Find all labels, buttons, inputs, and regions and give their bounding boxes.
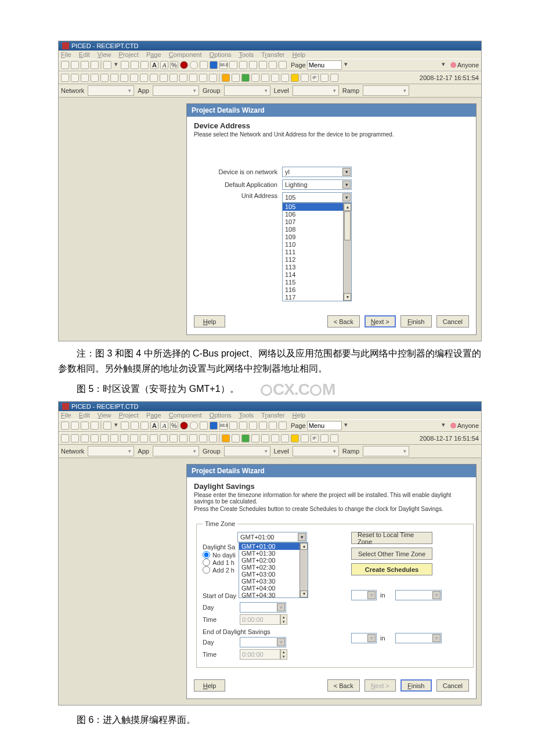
k2-icon[interactable] <box>269 422 277 430</box>
paste-icon[interactable] <box>81 434 89 442</box>
list-item[interactable]: 116 <box>283 286 351 294</box>
menu-component[interactable]: Component <box>169 51 202 58</box>
undo-icon[interactable] <box>100 74 109 82</box>
mon-icon[interactable] <box>301 74 309 82</box>
sheet-icon[interactable] <box>271 74 279 82</box>
percent-icon[interactable]: % <box>170 61 178 69</box>
al4-icon[interactable] <box>150 74 158 82</box>
back-button[interactable]: < Back <box>327 315 360 327</box>
sync-icon[interactable] <box>222 434 230 442</box>
up-icon[interactable] <box>241 434 250 442</box>
bulb2-icon[interactable] <box>291 434 299 442</box>
menu-options[interactable]: Options <box>210 412 232 419</box>
clock-icon[interactable] <box>190 422 198 430</box>
text-a-icon[interactable]: A <box>150 61 158 69</box>
menu-transfer[interactable]: Transfer <box>261 51 285 58</box>
menu-file[interactable]: File <box>61 412 71 419</box>
list-item[interactable]: 108 <box>283 226 351 233</box>
scrollbar-thumb[interactable] <box>344 211 351 240</box>
slider-icon[interactable] <box>200 422 208 430</box>
arrows-icon[interactable] <box>232 434 240 442</box>
paste-icon[interactable] <box>81 74 89 82</box>
image-icon[interactable] <box>121 61 129 69</box>
r1-icon[interactable] <box>160 434 168 442</box>
cut-icon[interactable] <box>61 74 69 82</box>
network-combo[interactable]: yl▾ <box>282 167 352 177</box>
r4-icon[interactable] <box>189 434 197 442</box>
next-button[interactable]: Next > <box>365 315 396 327</box>
list-item[interactable]: 111 <box>283 249 351 256</box>
end-ordinal-combo[interactable]: ▾ <box>351 633 377 643</box>
list-item[interactable]: GMT+01:30 <box>239 550 308 557</box>
start-day-combo[interactable]: ▾ <box>240 602 286 613</box>
start-month-combo[interactable]: ▾ <box>395 590 442 600</box>
mon-icon[interactable] <box>301 434 309 442</box>
menu-transfer[interactable]: Transfer <box>261 412 285 419</box>
back-button[interactable]: < Back <box>327 679 360 692</box>
net-icon[interactable] <box>320 434 329 442</box>
menu-page[interactable]: Page <box>146 51 161 58</box>
menu-options[interactable]: Options <box>210 51 232 58</box>
r2-icon[interactable] <box>169 434 178 442</box>
new-blank-icon[interactable] <box>71 61 79 69</box>
end-day-combo[interactable]: ▾ <box>240 637 286 647</box>
list-item[interactable]: GMT+03:30 <box>239 578 308 585</box>
menu-project[interactable]: Project <box>119 412 139 419</box>
group-dropdown[interactable] <box>224 446 270 456</box>
cut-icon[interactable] <box>61 434 69 442</box>
menu-file[interactable]: File <box>61 51 71 58</box>
rect-icon[interactable] <box>103 422 111 430</box>
red-dot-icon[interactable] <box>180 61 188 69</box>
k1-icon[interactable] <box>259 61 267 69</box>
start-ordinal-combo[interactable]: ▾ <box>351 590 377 600</box>
menubar[interactable]: File Edit View Project Page Component Op… <box>59 51 481 59</box>
al1-icon[interactable] <box>120 434 128 442</box>
k1-icon[interactable] <box>259 422 267 430</box>
clock-icon[interactable] <box>190 61 198 69</box>
r3-icon[interactable] <box>179 434 187 442</box>
list-item[interactable]: 112 <box>283 256 351 264</box>
image2-icon[interactable] <box>131 422 139 430</box>
page-input[interactable] <box>307 60 342 70</box>
list-item[interactable]: GMT+04:30 <box>239 592 308 598</box>
abc-icon[interactable] <box>140 61 149 69</box>
list-item[interactable]: 107 <box>283 218 351 226</box>
888-icon[interactable]: 88.8 <box>219 422 228 430</box>
hand-icon[interactable] <box>330 74 338 82</box>
list-item[interactable]: GMT+02:00 <box>239 557 308 564</box>
menu-tools[interactable]: Tools <box>239 412 254 419</box>
network-dropdown[interactable] <box>88 85 134 96</box>
help-button[interactable]: Help <box>194 679 225 692</box>
list-item[interactable]: 114 <box>283 271 351 279</box>
slider-icon[interactable] <box>200 61 208 69</box>
group-dropdown[interactable] <box>224 85 270 96</box>
menu-help[interactable]: Help <box>293 412 306 419</box>
if-icon[interactable]: IF <box>311 434 319 442</box>
chevron-down-icon[interactable]: ▾ <box>342 181 351 189</box>
sync-icon[interactable] <box>222 74 230 82</box>
chevron-down-icon[interactable]: ▾ <box>277 638 285 646</box>
unit-listbox[interactable]: 1051061071081091101111121131141151161171… <box>282 203 352 301</box>
level-dropdown[interactable] <box>293 446 339 456</box>
list-item[interactable]: 115 <box>283 279 351 286</box>
text-a2-icon[interactable]: A <box>160 61 168 69</box>
new-icon[interactable] <box>61 61 69 69</box>
k2-icon[interactable] <box>269 61 277 69</box>
cancel-button[interactable]: Cancel <box>436 315 469 327</box>
defapp-combo[interactable]: Lighting▾ <box>282 179 352 190</box>
r4-icon[interactable] <box>189 74 197 82</box>
list-item[interactable]: 110 <box>283 241 351 249</box>
red-dot-icon[interactable] <box>180 422 188 430</box>
text-a-icon[interactable]: A <box>150 422 158 430</box>
reset-tz-button[interactable]: Reset to Local Time Zone <box>351 532 432 544</box>
start-time-spinner[interactable]: ▴▾ <box>240 614 287 625</box>
page-dropdown-icon[interactable]: ▾ <box>343 60 349 70</box>
no-daylight-radio[interactable] <box>203 551 210 559</box>
bulb-icon[interactable] <box>239 61 247 69</box>
new-blank-icon[interactable] <box>71 422 79 430</box>
image2-icon[interactable] <box>131 61 139 69</box>
grid-icon[interactable] <box>110 74 118 82</box>
menu-view[interactable]: View <box>98 412 111 419</box>
list-item[interactable]: GMT+01:00 <box>239 543 308 550</box>
search-icon[interactable] <box>261 434 269 442</box>
